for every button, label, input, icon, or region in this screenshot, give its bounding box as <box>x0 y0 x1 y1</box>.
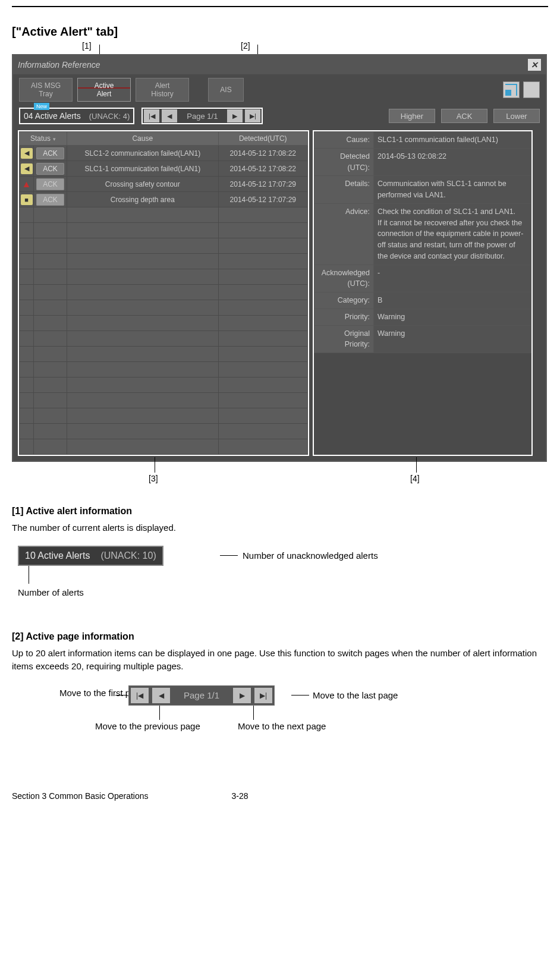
detail-val-orig-priority: Warning <box>374 325 531 353</box>
note-num-alerts: Number of alerts <box>18 587 84 597</box>
table-row <box>20 238 308 254</box>
table-row <box>20 347 308 362</box>
detail-val-detected: 2014-05-13 02:08:22 <box>374 148 531 176</box>
first-page-icon: |◀ <box>149 112 155 120</box>
last-page-button[interactable]: ▶| <box>254 688 272 703</box>
first-page-icon: |◀ <box>136 691 143 700</box>
detail-val-category: B <box>374 292 531 309</box>
ack-button[interactable]: ACK <box>441 109 487 123</box>
detail-val-priority: Warning <box>374 309 531 325</box>
tab-ais[interactable]: AIS <box>208 78 244 102</box>
table-row <box>20 408 308 424</box>
exp1-body: The number of current alerts is displaye… <box>12 521 548 535</box>
exp2-heading: [2] Active page information <box>12 631 548 642</box>
mini-unack-count: (UNACK: 10) <box>100 550 156 561</box>
table-row <box>20 300 308 316</box>
table-row[interactable]: ■ ACK Crossing depth area 2014-05-12 17:… <box>20 192 308 207</box>
layout-toggle-icon[interactable] <box>503 81 520 98</box>
tab-alert-history[interactable]: Alert History <box>136 78 189 102</box>
detail-key-advice: Advice: <box>314 203 374 265</box>
row-ack-button[interactable]: ACK <box>36 178 64 190</box>
last-page-button[interactable]: ▶| <box>245 109 260 122</box>
row-detected: 2014-05-12 17:07:29 <box>218 192 307 207</box>
detail-val-cause: SLC1-1 communication failed(LAN1) <box>374 132 531 149</box>
callout-row-top: [1] [2] <box>12 41 548 54</box>
titlebar: Information Reference ✕ <box>13 55 546 74</box>
page-label: Page 1/1 <box>172 690 231 700</box>
first-page-button[interactable]: |◀ <box>131 688 149 703</box>
table-row <box>20 207 308 223</box>
close-icon: ✕ <box>531 60 538 70</box>
page-footer: Section 3 Common Basic Operations 3-28 <box>12 791 548 801</box>
table-row <box>20 269 308 285</box>
content-row: Status▾ Cause Detected(UTC) ◀ ACK SLC1-2… <box>13 130 546 461</box>
callout-row-bottom: [3] [4] <box>12 462 548 486</box>
pager: |◀ ◀ Page 1/1 ▶ ▶| <box>141 108 263 124</box>
detail-val-advice: Check the condition of SLC1-1 and LAN1. … <box>374 203 531 265</box>
alert-caution-icon: ◀ <box>21 163 33 174</box>
alert-warning-icon: ■ <box>21 194 33 205</box>
window-title: Information Reference <box>18 60 100 70</box>
prev-page-button[interactable]: ◀ <box>162 109 177 122</box>
table-row <box>20 331 308 347</box>
section-title: ["Active Alert" tab] <box>12 25 548 39</box>
tab-active-alert[interactable]: Active Alert <box>77 78 131 102</box>
row-ack-button[interactable]: ACK <box>36 163 64 175</box>
note-first-page: Move to the first page <box>59 688 113 698</box>
layout-box-icon[interactable] <box>523 81 540 98</box>
callout-4: [4] <box>410 474 420 483</box>
note-last-page: Move to the last page <box>313 690 398 700</box>
alert-alarm-icon: ▲ <box>21 179 33 190</box>
close-button[interactable]: ✕ <box>528 59 541 71</box>
info-reference-panel: Information Reference ✕ AIS MSG Tray Act… <box>12 54 547 462</box>
col-detected[interactable]: Detected(UTC) <box>218 132 307 146</box>
next-page-icon: ▶ <box>240 691 245 700</box>
detail-val-details: Communication with SLC1-1 cannot be perf… <box>374 176 531 204</box>
tab-ais-msg-tray[interactable]: AIS MSG Tray <box>19 78 73 102</box>
sort-icon: ▾ <box>53 136 56 142</box>
note-next-page: Move to the next page <box>238 721 326 731</box>
table-row[interactable]: ◀ ACK SLC1-2 communication failed(LAN1) … <box>20 146 308 161</box>
table-row <box>20 362 308 377</box>
row-detected: 2014-05-12 17:07:29 <box>218 177 307 192</box>
col-status[interactable]: Status▾ <box>20 132 67 146</box>
last-page-icon: ▶| <box>250 112 256 120</box>
controls-row: New 04 Active Alerts (UNACK: 4) |◀ ◀ Pag… <box>13 105 546 130</box>
lower-button[interactable]: Lower <box>493 109 540 123</box>
detail-val-acknowledged: - <box>374 265 531 292</box>
active-alerts-box: 04 Active Alerts (UNACK: 4) <box>19 108 134 124</box>
higher-button[interactable]: Higher <box>389 109 435 123</box>
detail-key-details: Details: <box>314 176 374 204</box>
callout-3: [3] <box>149 474 158 483</box>
row-cause: Crossing depth area <box>67 192 219 207</box>
detail-key-category: Category: <box>314 292 374 309</box>
detail-key-cause: Cause: <box>314 132 374 149</box>
table-row <box>20 377 308 393</box>
detail-key-acknowledged: Acknowledged (UTC): <box>314 265 374 292</box>
table-row[interactable]: ▲ ACK Crossing safety contour 2014-05-12… <box>20 177 308 192</box>
prev-page-button[interactable]: ◀ <box>152 688 170 703</box>
alerts-table: Status▾ Cause Detected(UTC) ◀ ACK SLC1-2… <box>18 130 309 456</box>
table-row <box>20 439 308 455</box>
next-page-button[interactable]: ▶ <box>227 109 243 122</box>
unack-count: (UNACK: 4) <box>89 112 130 121</box>
alert-caution-icon: ◀ <box>21 148 33 159</box>
exp1-heading: [1] Active alert information <box>12 506 548 517</box>
callout-2: [2] <box>241 41 250 51</box>
note-prev-page: Move to the previous page <box>95 721 200 731</box>
table-row <box>20 316 308 331</box>
row-ack-button[interactable]: ACK <box>36 147 64 159</box>
note-unack: Number of unacknowledged alerts <box>243 550 378 561</box>
page-label: Page 1/1 <box>178 112 226 121</box>
mini-alert-count: 10 Active Alerts <box>25 550 90 561</box>
table-row <box>20 254 308 269</box>
row-ack-button[interactable]: ACK <box>36 194 64 206</box>
pager-demo: |◀ ◀ Page 1/1 ▶ ▶| <box>128 685 275 706</box>
first-page-button[interactable]: |◀ <box>144 109 159 122</box>
footer-page: 3-28 <box>232 791 248 801</box>
next-page-button[interactable]: ▶ <box>233 688 251 703</box>
tabs-row: AIS MSG Tray Active Alert Alert History … <box>13 74 546 105</box>
detail-key-detected: Detected (UTC): <box>314 148 374 176</box>
col-cause[interactable]: Cause <box>67 132 219 146</box>
table-row[interactable]: ◀ ACK SLC1-1 communication failed(LAN1) … <box>20 161 308 177</box>
